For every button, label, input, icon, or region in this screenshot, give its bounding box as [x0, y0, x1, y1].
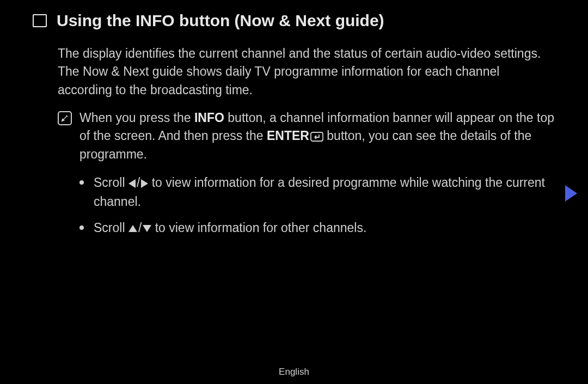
- intro-paragraphs: The display identifies the current chann…: [58, 45, 555, 99]
- body-block: The display identifies the current chann…: [33, 45, 555, 237]
- section-square-icon: [33, 14, 47, 27]
- note-icon: [58, 111, 72, 125]
- intro-line-2: The Now & Next guide shows daily TV prog…: [58, 63, 555, 99]
- b1-pre: Scroll: [94, 175, 128, 190]
- intro-line-1: The display identifies the current chann…: [58, 45, 555, 63]
- triangle-down-icon: [143, 225, 151, 232]
- slash-2: /: [137, 221, 143, 235]
- bullet-list: Scroll / to view information for a desir…: [58, 173, 555, 237]
- triangle-up-icon: [128, 225, 137, 232]
- svg-rect-0: [311, 132, 323, 141]
- enter-icon: [310, 132, 323, 142]
- bullet-item-2: Scroll / to view information for other c…: [79, 218, 555, 237]
- manual-page: Using the INFO button (Now & Next guide)…: [0, 0, 588, 237]
- slash-1: /: [136, 175, 141, 190]
- note-text: When you press the INFO button, a channe…: [79, 109, 555, 163]
- enter-button-label: ENTER: [267, 129, 309, 143]
- triangle-left-icon: [128, 179, 136, 188]
- b2-post: to view information for other channels.: [151, 221, 366, 235]
- footer-language: English: [0, 367, 588, 377]
- note-pre1: When you press the: [79, 111, 194, 125]
- heading-row: Using the INFO button (Now & Next guide): [33, 11, 555, 31]
- page-title: Using the INFO button (Now & Next guide): [57, 11, 384, 31]
- info-button-label: INFO: [194, 111, 224, 125]
- bullet-item-1: Scroll / to view information for a desir…: [79, 173, 555, 211]
- b2-pre: Scroll: [94, 221, 128, 235]
- b1-post: to view information for a desired progra…: [94, 175, 545, 209]
- note-block: When you press the INFO button, a channe…: [58, 109, 555, 163]
- next-page-arrow[interactable]: [565, 185, 577, 202]
- triangle-right-icon: [141, 179, 148, 188]
